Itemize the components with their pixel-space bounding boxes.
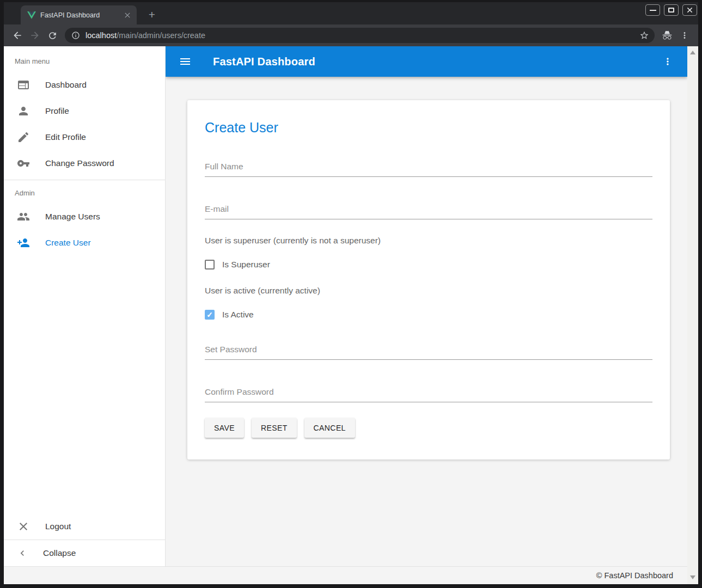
sidebar-item-dashboard[interactable]: Dashboard — [4, 72, 165, 98]
key-icon — [17, 157, 30, 170]
sidebar-item-create-user[interactable]: Create User — [4, 230, 165, 256]
sidebar-item-collapse[interactable]: Collapse — [4, 540, 165, 566]
divider — [4, 180, 165, 180]
scrollbar[interactable] — [687, 46, 698, 584]
close-icon[interactable] — [682, 4, 697, 16]
tab-close-icon[interactable] — [123, 10, 132, 20]
chevron-left-icon — [17, 548, 28, 559]
sidebar-item-change-password[interactable]: Change Password — [4, 150, 165, 176]
person-add-icon — [17, 236, 30, 249]
confirm-password-field-wrap — [205, 387, 652, 402]
page-viewport: Main menu Dashboard Profile — [4, 46, 698, 584]
sidebar-item-profile[interactable]: Profile — [4, 98, 165, 124]
person-icon — [17, 105, 30, 118]
kebab-menu-icon[interactable] — [658, 52, 677, 71]
superuser-checkbox[interactable] — [205, 260, 215, 270]
people-icon — [17, 210, 30, 223]
superuser-checkbox-row[interactable]: Is Superuser — [205, 260, 652, 270]
save-button[interactable]: SAVE — [205, 418, 244, 438]
scroll-up-icon[interactable] — [690, 51, 695, 54]
full-name-input[interactable] — [205, 162, 652, 177]
superuser-note: User is superuser (currently is not a su… — [205, 236, 652, 246]
confirm-password-input[interactable] — [205, 387, 652, 402]
tab-title: FastAPI Dashboard — [40, 11, 118, 19]
new-tab-button[interactable]: + — [144, 7, 160, 22]
kebab-menu-icon[interactable] — [676, 27, 693, 44]
info-icon[interactable] — [71, 31, 80, 40]
email-field-wrap — [205, 204, 652, 219]
maximize-icon[interactable] — [664, 4, 679, 16]
sidebar-item-label: Profile — [45, 106, 69, 116]
checkbox-label: Is Superuser — [222, 260, 270, 270]
create-user-card: Create User User is superuser (currently… — [187, 100, 670, 460]
star-icon[interactable] — [639, 30, 649, 40]
copyright-text: © FastAPI Dashboard — [596, 571, 673, 580]
back-arrow-icon[interactable] — [9, 27, 26, 44]
sidebar-item-label: Dashboard — [45, 80, 87, 90]
sidebar-item-edit-profile[interactable]: Edit Profile — [4, 124, 165, 150]
sidebar-item-label: Logout — [45, 522, 71, 531]
browser-toolbar: localhost/main/admin/users/create — [4, 24, 698, 46]
set-password-input[interactable] — [205, 345, 652, 360]
forward-arrow-icon[interactable] — [27, 27, 43, 44]
sidebar-item-logout[interactable]: Logout — [4, 513, 165, 540]
minimize-icon[interactable] — [645, 4, 660, 16]
refresh-icon[interactable] — [44, 27, 60, 44]
page-footer: © FastAPI Dashboard — [4, 566, 687, 584]
active-checkbox-row[interactable]: ✓ Is Active — [205, 310, 652, 320]
app-bar: FastAPI Dashboard — [166, 46, 687, 77]
browser-window: FastAPI Dashboard + localh — [4, 2, 698, 584]
main-content: FastAPI Dashboard Create User — [166, 46, 687, 566]
url-text: localhost/main/admin/users/create — [86, 31, 634, 40]
active-checkbox[interactable]: ✓ — [205, 310, 215, 320]
sidebar-item-label: Manage Users — [45, 212, 100, 222]
sidebar-item-label: Create User — [45, 238, 91, 248]
sidebar-item-manage-users[interactable]: Manage Users — [4, 204, 165, 230]
sidebar: Main menu Dashboard Profile — [4, 46, 166, 566]
tab-strip: FastAPI Dashboard + — [4, 2, 698, 24]
appbar-title: FastAPI Dashboard — [213, 56, 315, 68]
incognito-icon[interactable] — [659, 27, 675, 44]
vue-logo-icon — [27, 11, 36, 19]
sidebar-item-label: Collapse — [43, 548, 76, 558]
sidebar-spacer — [4, 256, 165, 513]
checkbox-label: Is Active — [222, 310, 254, 320]
reset-button[interactable]: RESET — [252, 418, 297, 438]
window-controls — [645, 4, 697, 16]
sidebar-item-label: Change Password — [45, 158, 114, 168]
active-note: User is active (currently active) — [205, 286, 652, 296]
browser-tab[interactable]: FastAPI Dashboard — [21, 5, 137, 24]
address-bar[interactable]: localhost/main/admin/users/create — [65, 28, 655, 43]
sidebar-section-header: Main menu — [4, 52, 165, 72]
page-title: Create User — [205, 120, 652, 136]
sidebar-section-header: Admin — [4, 183, 165, 204]
set-password-field-wrap — [205, 345, 652, 360]
close-icon — [17, 520, 30, 533]
cancel-button[interactable]: CANCEL — [304, 418, 355, 438]
form-buttons: SAVE RESET CANCEL — [205, 418, 652, 438]
email-input[interactable] — [205, 204, 652, 219]
web-icon — [17, 78, 30, 91]
full-name-field-wrap — [205, 162, 652, 177]
pencil-icon — [17, 131, 30, 144]
hamburger-icon[interactable] — [175, 52, 195, 71]
scroll-down-icon[interactable] — [690, 575, 695, 579]
sidebar-item-label: Edit Profile — [45, 132, 86, 142]
